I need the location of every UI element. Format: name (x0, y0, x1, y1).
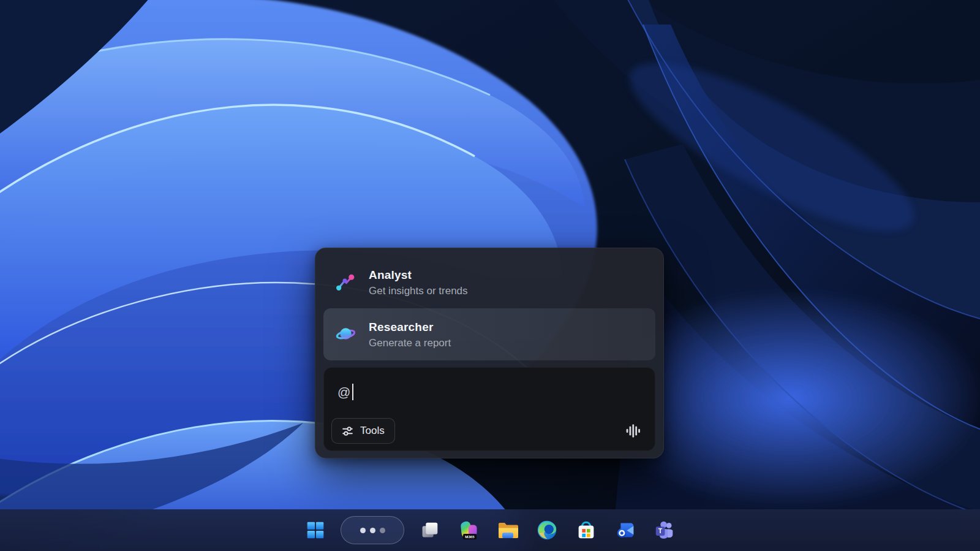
agent-item-analyst[interactable]: Analyst Get insights or trends (323, 256, 655, 308)
waveform-icon (625, 423, 641, 439)
copilot-panel: Analyst Get insights or trends (315, 248, 664, 458)
m365-copilot-button[interactable]: M365 (454, 516, 483, 544)
task-view-icon (418, 519, 441, 542)
edge-button[interactable] (533, 516, 561, 544)
typing-dots-icon (370, 528, 375, 533)
agent-title: Analyst (369, 269, 468, 281)
agent-title: Researcher (369, 321, 451, 333)
m365-copilot-icon: M365 (456, 518, 481, 542)
input-value: @ (337, 386, 350, 398)
tools-button[interactable]: Tools (331, 418, 395, 444)
start-button[interactable] (301, 516, 330, 544)
taskbar-search-pill[interactable] (341, 516, 404, 544)
store-bag-icon (575, 519, 598, 542)
teams-badge: T (658, 528, 663, 534)
outlook-icon (614, 519, 637, 542)
folder-icon (496, 518, 520, 542)
agent-subtitle: Generate a report (369, 338, 451, 348)
voice-input-button[interactable] (623, 420, 644, 441)
outlook-button[interactable] (611, 516, 639, 544)
taskbar: M365 (0, 509, 980, 551)
task-view-button[interactable] (415, 516, 443, 544)
edge-browser-icon (535, 519, 559, 542)
prompt-input[interactable]: @ Tools (323, 367, 655, 451)
planet-icon (336, 324, 356, 344)
agent-item-researcher[interactable]: Researcher Generate a report (323, 308, 655, 360)
teams-button[interactable]: T (650, 516, 679, 544)
text-caret (352, 384, 353, 400)
m365-badge: M365 (465, 534, 475, 539)
trend-dots-icon (336, 272, 356, 292)
windows-logo-icon (304, 519, 327, 542)
desktop: Analyst Get insights or trends (0, 0, 980, 551)
teams-icon: T (653, 519, 676, 542)
file-explorer-button[interactable] (494, 516, 522, 544)
agent-subtitle: Get insights or trends (369, 286, 468, 296)
store-button[interactable] (572, 516, 600, 544)
sliders-icon (342, 425, 353, 437)
typing-dots-icon (380, 528, 385, 533)
tools-label: Tools (360, 425, 385, 437)
typing-dots-icon (360, 528, 366, 533)
